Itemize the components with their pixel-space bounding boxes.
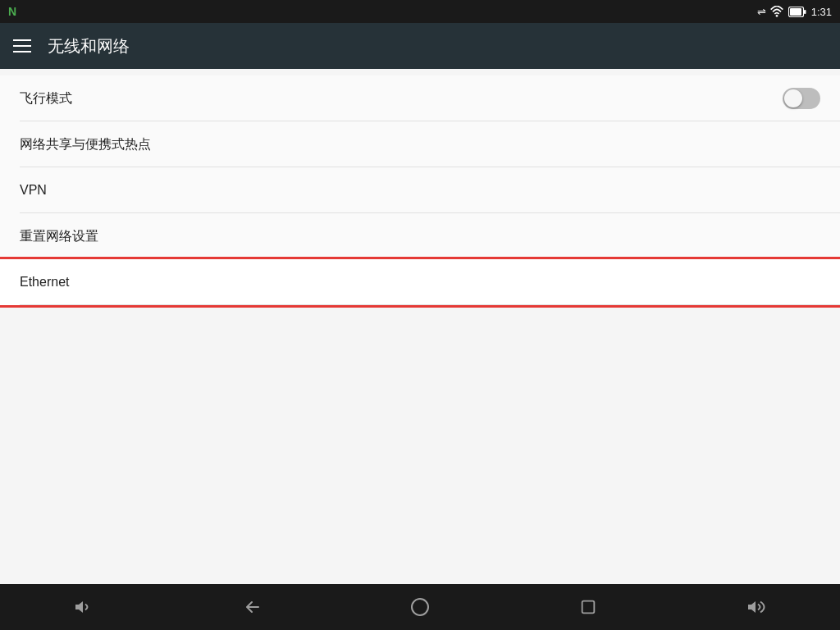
toggle-switch-airplane[interactable] [783, 88, 820, 109]
settings-item-vpn[interactable]: VPN [0, 167, 840, 213]
back-icon [242, 597, 262, 617]
airplane-mode-label: 飞行模式 [20, 90, 72, 107]
recents-button[interactable] [564, 584, 613, 630]
settings-item-hotspot[interactable]: 网络共享与便携式热点 [0, 121, 840, 167]
brand-logo: N [8, 5, 16, 18]
airplane-mode-toggle[interactable] [783, 88, 820, 109]
volume-down-button[interactable] [59, 584, 108, 630]
data-transfer-icon: ⇌ [757, 6, 765, 18]
status-time: 1:31 [811, 6, 832, 18]
battery-icon [788, 7, 806, 17]
home-button[interactable] [395, 584, 445, 630]
svg-marker-7 [748, 601, 756, 613]
volume-up-icon [746, 597, 766, 617]
svg-marker-4 [75, 601, 83, 613]
svg-rect-2 [790, 8, 801, 16]
hotspot-label: 网络共享与便携式热点 [20, 136, 151, 153]
settings-item-airplane-mode[interactable]: 飞行模式 [0, 75, 840, 121]
svg-rect-3 [804, 10, 806, 14]
vpn-label: VPN [20, 183, 47, 198]
svg-point-0 [775, 15, 778, 17]
wifi-icon [770, 6, 783, 17]
app-bar: 无线和网络 [0, 23, 840, 69]
settings-list: 飞行模式 网络共享与便携式热点 VPN 重置网络设置 Ethernet [0, 69, 840, 305]
settings-content: 飞行模式 网络共享与便携式热点 VPN 重置网络设置 Ethernet [0, 69, 840, 584]
back-button[interactable] [227, 584, 276, 630]
menu-button[interactable] [13, 39, 31, 52]
settings-item-reset-network[interactable]: 重置网络设置 [0, 213, 840, 259]
settings-item-ethernet[interactable]: Ethernet [0, 259, 840, 305]
recents-icon [579, 598, 597, 616]
svg-point-5 [412, 599, 428, 615]
reset-network-label: 重置网络设置 [20, 228, 98, 245]
status-bar: N ⇌ 1:31 [0, 0, 840, 23]
ethernet-label: Ethernet [20, 275, 69, 290]
volume-up-button[interactable] [732, 584, 781, 630]
toggle-knob [784, 89, 802, 107]
page-title: 无线和网络 [48, 35, 130, 57]
status-icons: ⇌ 1:31 [757, 6, 832, 18]
svg-rect-6 [582, 601, 594, 614]
nav-bar [0, 584, 840, 630]
home-icon [410, 597, 430, 617]
volume-down-icon [74, 597, 94, 617]
